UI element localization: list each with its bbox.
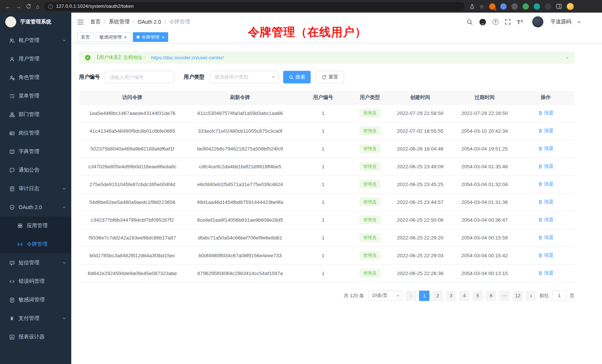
extension-icon[interactable] [511, 3, 518, 10]
col-user-type: 用户类型 [351, 91, 388, 104]
force-logout-button[interactable]: 强退 [538, 216, 554, 223]
search-icon[interactable] [467, 19, 473, 25]
breadcrumb-current: 令牌管理 [169, 19, 190, 25]
user-avatar[interactable] [532, 16, 543, 27]
tab-token[interactable]: 令牌管理 × [133, 32, 169, 42]
sidebar-item-tenant[interactable]: 租户管理 [0, 31, 71, 50]
force-logout-button[interactable]: 强退 [538, 252, 554, 259]
force-logout-button[interactable]: 强退 [538, 145, 554, 152]
user-type-badge: 管理员 [360, 269, 380, 277]
goto-page-input[interactable] [552, 291, 567, 301]
sidebar-item-pay[interactable]: ¥ 支付管理 [0, 309, 71, 328]
cell-user-type: 管理员 [351, 264, 388, 282]
table-row: c342377bf8b344799dcbf7bf095287f2 9ce8ef2… [79, 211, 575, 229]
user-type-label: 用户类型 [184, 74, 205, 80]
sidebar-item-audit-log[interactable]: 审计日志 [0, 179, 71, 198]
next-page-button[interactable]: › [526, 291, 536, 301]
tab-label: 敏感词管理 [99, 34, 122, 40]
col-expires: 过期时间 [452, 91, 517, 104]
sidebar-item-user[interactable]: 用户管理 [0, 50, 71, 68]
browser-reload-button[interactable] [26, 4, 31, 9]
browser-forward-button[interactable]: → [16, 4, 21, 9]
sidebar-item-role[interactable]: 角色管理 [0, 68, 71, 87]
cell-user-id: 1 [295, 246, 352, 264]
sidebar-item-label: 报表设计器 [19, 334, 45, 340]
split-screen-icon[interactable] [556, 4, 562, 9]
sidebar-item-dept[interactable]: 部门管理 [0, 105, 71, 124]
force-logout-button[interactable]: 强退 [538, 199, 554, 205]
cell-actions: 强退 [517, 158, 575, 175]
force-logout-button[interactable]: 强退 [538, 270, 554, 277]
browser-profile-avatar[interactable] [567, 3, 574, 10]
browser-back-button[interactable]: ← [5, 4, 11, 9]
breadcrumb-home[interactable]: 首页 [90, 19, 101, 25]
page-button-3[interactable]: 3 [446, 291, 456, 301]
sidebar-item-oauth-token[interactable]: 令牌管理 [0, 235, 71, 254]
sidebar-toggle-button[interactable] [77, 19, 84, 25]
share-icon[interactable] [470, 4, 475, 9]
search-button[interactable]: 搜索 [283, 71, 311, 83]
prev-page-button[interactable]: ‹ [406, 291, 416, 301]
page-button-12[interactable]: 12 [513, 291, 523, 301]
sidebar-item-sensitive-word[interactable]: 敏感词管理 [0, 291, 71, 309]
sidebar-item-menu[interactable]: 菜单管理 [0, 87, 71, 105]
bookmark-star-icon[interactable]: ☆ [480, 4, 484, 9]
page-size-select[interactable]: 10条/页 [369, 291, 403, 301]
chevron-down-icon[interactable] [578, 21, 580, 25]
force-logout-button[interactable]: 强退 [538, 163, 554, 170]
more-pages-button[interactable]: ⋯ [499, 291, 510, 301]
extension-icon[interactable] [489, 3, 495, 10]
cell-refresh-token: 8796295f04064c2983414cc54af1097a [186, 264, 295, 282]
sidebar-item-report[interactable]: 报表设计器 [0, 328, 71, 346]
table-row: c347026e805e4d99b0d116eae66eda8c cdfc4ce… [79, 158, 575, 175]
help-icon[interactable]: ? [493, 19, 498, 25]
extension-icon[interactable] [500, 3, 507, 10]
page-button-6[interactable]: 6 [486, 291, 496, 301]
force-logout-button[interactable]: 强退 [538, 234, 554, 241]
address-bar[interactable]: i 127.0.0.1:1024/system/oauth2/token [44, 2, 464, 11]
breadcrumb-system[interactable]: 系统管理 [109, 19, 130, 25]
alert-text: 【用户体系】文档地址： [94, 54, 147, 61]
close-icon[interactable]: × [565, 55, 569, 60]
tab-sensitive-word[interactable]: 敏感词管理 × [96, 32, 131, 42]
site-info-icon[interactable]: i [48, 4, 53, 9]
extension-icon[interactable] [523, 3, 529, 10]
extension-icon[interactable] [545, 3, 551, 10]
sidebar: 芋道管理系统 租户管理 用户管理 角色管理 菜单管理 部门管理 岗位管理 字典管… [0, 13, 71, 364]
user-id-input[interactable] [105, 71, 174, 83]
user-type-select[interactable]: 请选择用户类型 [210, 71, 279, 83]
cell-actions: 强退 [517, 140, 575, 158]
app-logo[interactable]: 芋道管理系统 [0, 13, 71, 31]
page-button-1[interactable]: 1 [419, 291, 429, 301]
fullscreen-icon[interactable] [505, 19, 511, 25]
cell-created: 2022-06-25 23:49:09 [388, 158, 452, 175]
doc-link[interactable]: https://doc.iocoder.cn/user-center/ [151, 55, 224, 60]
force-logout-button[interactable]: 强退 [538, 110, 554, 116]
sidebar-item-dict[interactable]: 字典管理 [0, 142, 71, 161]
page-button-5[interactable]: 5 [472, 291, 483, 301]
sidebar-item-oauth[interactable]: OAuth 2.0 [0, 198, 71, 216]
sidebar-item-label: 审计日志 [19, 185, 39, 192]
sidebar-item-sms[interactable]: 短信管理 [0, 254, 71, 272]
sidebar-item-oauth-app[interactable]: 应用管理 [0, 216, 71, 235]
force-logout-button[interactable]: 强退 [538, 181, 554, 188]
sidebar-item-error-code[interactable]: 错误码管理 [0, 272, 71, 291]
tab-home[interactable]: 首页 [77, 32, 94, 42]
sidebar-item-notice[interactable]: 通知公告 [0, 161, 71, 179]
col-user-id: 用户编号 [295, 91, 352, 104]
extension-icon[interactable] [534, 3, 540, 10]
page-button-4[interactable]: 4 [459, 291, 470, 301]
page-button-2[interactable]: 2 [432, 291, 443, 301]
browser-home-button[interactable]: ⌂ [36, 4, 39, 9]
breadcrumb-oauth[interactable]: OAuth 2.0 [138, 19, 161, 25]
sidebar-item-post[interactable]: 岗位管理 [0, 124, 71, 142]
chevron-down-icon [62, 317, 66, 320]
user-name[interactable]: 芋道源码 [550, 19, 571, 25]
close-icon[interactable]: × [162, 35, 165, 40]
reset-button[interactable]: 重置 [316, 71, 344, 83]
font-size-icon[interactable]: TT [517, 19, 523, 25]
oauth-icon [9, 205, 15, 210]
github-icon[interactable] [479, 19, 486, 26]
close-icon[interactable]: × [124, 35, 127, 40]
force-logout-button[interactable]: 强退 [538, 128, 554, 134]
